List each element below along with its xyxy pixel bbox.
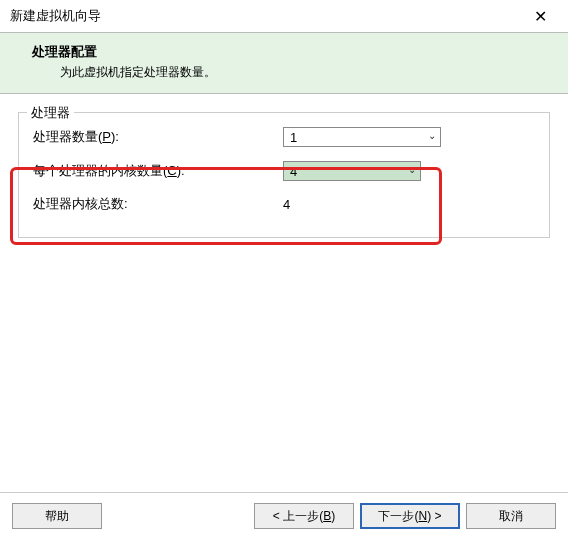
total-cores-row: 处理器内核总数: 4 [29, 195, 539, 213]
cancel-button[interactable]: 取消 [466, 503, 556, 529]
processors-row: 处理器数量(P): 1 ⌄ [29, 127, 539, 147]
wizard-header: 处理器配置 为此虚拟机指定处理器数量。 [0, 32, 568, 94]
titlebar: 新建虚拟机向导 ✕ [0, 0, 568, 32]
close-icon: ✕ [534, 7, 547, 26]
total-value: 4 [283, 197, 290, 212]
header-subtitle: 为此虚拟机指定处理器数量。 [18, 64, 550, 81]
processors-fieldset: 处理器 处理器数量(P): 1 ⌄ 每个处理器的内核数量(C): 4 ⌄ [18, 112, 550, 238]
cores-per-processor-row: 每个处理器的内核数量(C): 4 ⌄ [29, 161, 539, 181]
back-button[interactable]: < 上一步(B) [254, 503, 354, 529]
cores-select[interactable]: 4 [283, 161, 421, 181]
total-label: 处理器内核总数: [33, 195, 283, 213]
fieldset-legend: 处理器 [27, 104, 74, 122]
next-button[interactable]: 下一步(N) > [360, 503, 460, 529]
help-button[interactable]: 帮助 [12, 503, 102, 529]
window-title: 新建虚拟机向导 [10, 7, 101, 25]
processors-label: 处理器数量(P): [33, 128, 283, 146]
processors-select[interactable]: 1 [283, 127, 441, 147]
footer: 帮助 < 上一步(B) 下一步(N) > 取消 [0, 492, 568, 539]
close-button[interactable]: ✕ [520, 6, 560, 26]
header-title: 处理器配置 [18, 43, 550, 61]
cores-label: 每个处理器的内核数量(C): [33, 162, 283, 180]
